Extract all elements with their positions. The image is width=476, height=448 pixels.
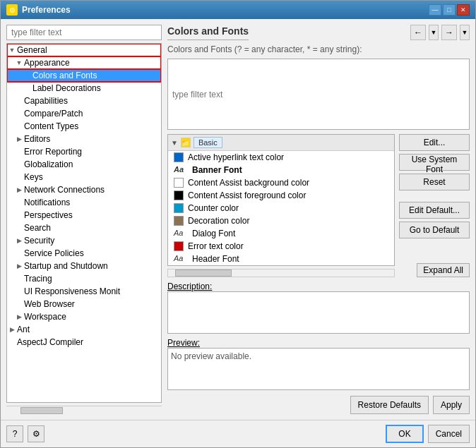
expand-ant[interactable]: ▶: [8, 326, 16, 333]
tree-item-tracing[interactable]: Tracing: [7, 272, 161, 285]
tree-item-general[interactable]: ▼ General: [7, 44, 161, 56]
left-hscrollbar[interactable]: [6, 406, 162, 414]
preview-section: Preview: No preview available.: [167, 338, 470, 390]
tree-label-workspace: Workspace: [24, 312, 66, 322]
cancel-button[interactable]: Cancel: [428, 425, 470, 443]
tree-item-workspace[interactable]: ▶ Workspace: [7, 310, 161, 323]
tree-container: ▼ General ▼ Appearance Colors and Fonts …: [6, 43, 162, 403]
window-controls: — □ ✕: [429, 4, 470, 16]
spacer-search: [16, 224, 23, 231]
help-button[interactable]: ?: [6, 425, 23, 442]
list-item-banner-font[interactable]: Aa Banner Font: [168, 164, 394, 176]
list-item-active-hyperlink[interactable]: Active hyperlink text color: [168, 151, 394, 164]
expand-appearance[interactable]: ▼: [16, 59, 23, 66]
tree-item-notifications[interactable]: Notifications: [7, 196, 161, 209]
left-hscroll-thumb[interactable]: [20, 407, 63, 414]
settings-button[interactable]: ⚙: [28, 425, 44, 442]
expand-startup[interactable]: ▶: [16, 262, 23, 270]
main-content: ▼ General ▼ Appearance Colors and Fonts …: [1, 19, 475, 420]
list-item-header-font[interactable]: Aa Header Font: [168, 253, 394, 265]
tree-item-security[interactable]: ▶ Security: [7, 234, 161, 247]
label-dialog-font: Dialog Font: [192, 229, 235, 238]
expand-editors[interactable]: ▶: [16, 135, 23, 143]
restore-defaults-button[interactable]: Restore Defaults: [350, 396, 429, 414]
tree-item-appearance[interactable]: ▼ Appearance: [7, 56, 161, 69]
dropdown-back[interactable]: ▼: [429, 25, 439, 40]
tree-item-search[interactable]: Search: [7, 222, 161, 234]
tree-label-network-connections: Network Connections: [24, 185, 105, 195]
list-item-content-assist-fg[interactable]: Content Assist foreground color: [168, 189, 394, 202]
title-bar-left: ⚙ Preferences: [6, 4, 71, 16]
colors-filter-input[interactable]: [167, 59, 470, 130]
tree-item-ui-responsiveness[interactable]: UI Responsiveness Monit: [7, 285, 161, 298]
bottom-bar: ? ⚙ OK Cancel: [1, 420, 475, 447]
tree-item-error-reporting[interactable]: Error Reporting: [7, 145, 161, 158]
tree-label-tracing: Tracing: [24, 274, 52, 284]
list-item-error-text-color[interactable]: Error text color: [168, 240, 394, 253]
apply-button[interactable]: Apply: [433, 396, 470, 414]
list-item-decoration-color[interactable]: Decoration color: [168, 214, 394, 227]
swatch-counter-color: [174, 203, 184, 213]
expand-all-button[interactable]: Expand All: [417, 263, 470, 277]
reset-button[interactable]: Reset: [399, 174, 470, 190]
tree-item-colors-fonts[interactable]: Colors and Fonts: [7, 69, 161, 82]
tree-item-capabilities[interactable]: Capabilities: [7, 95, 161, 107]
spacer-capabilities: [16, 97, 23, 104]
font-icon-banner: Aa: [174, 165, 188, 175]
edit-default-button[interactable]: Edit Default...: [399, 202, 470, 219]
maximize-button[interactable]: □: [443, 4, 456, 16]
tree-item-web-browser[interactable]: Web Browser: [7, 298, 161, 310]
tree-label-content-types: Content Types: [24, 121, 78, 131]
color-list-hscroll-thumb[interactable]: [175, 270, 232, 277]
tree-item-content-types[interactable]: Content Types: [7, 120, 161, 133]
left-filter-input[interactable]: [6, 25, 162, 40]
label-decoration-color: Decoration color: [188, 216, 249, 226]
basic-tag[interactable]: Basic: [194, 137, 222, 148]
tree-item-perspectives[interactable]: Perspectives: [7, 209, 161, 222]
swatch-decoration-color: [174, 216, 184, 226]
forward-button[interactable]: →: [441, 25, 457, 40]
expand-workspace[interactable]: ▶: [16, 313, 23, 320]
dropdown-forward[interactable]: ▼: [460, 25, 470, 40]
bottom-left: ? ⚙: [6, 425, 44, 442]
back-button[interactable]: ←: [410, 25, 426, 40]
expand-security[interactable]: ▶: [16, 237, 23, 244]
tree-item-compare-patch[interactable]: Compare/Patch: [7, 107, 161, 120]
close-button[interactable]: ✕: [457, 4, 470, 16]
preview-text: No preview available.: [171, 351, 251, 361]
expand-network[interactable]: ▶: [16, 186, 23, 193]
list-item-dialog-font[interactable]: Aa Dialog Font: [168, 227, 394, 240]
tree-item-network-connections[interactable]: ▶ Network Connections: [7, 183, 161, 196]
tree-label-compare-patch: Compare/Patch: [24, 109, 83, 119]
use-system-font-button[interactable]: Use System Font: [399, 154, 470, 171]
edit-button[interactable]: Edit...: [399, 134, 470, 151]
tree-item-startup-shutdown[interactable]: ▶ Startup and Shutdown: [7, 260, 161, 272]
tree-item-ant[interactable]: ▶ Ant: [7, 323, 161, 336]
tree-item-editors[interactable]: ▶ Editors: [7, 133, 161, 145]
toolbar-row: ← ▼ → ▼: [410, 25, 470, 40]
preferences-dialog: ⚙ Preferences — □ ✕ ▼ General ▼ Appearan…: [0, 0, 476, 448]
tree-label-perspectives: Perspectives: [24, 210, 73, 220]
ok-button[interactable]: OK: [386, 425, 423, 443]
tree-item-service-policies[interactable]: Service Policies: [7, 247, 161, 260]
label-counter-color: Counter color: [188, 203, 239, 213]
spacer-persp: [16, 212, 23, 219]
tree-item-aspectj[interactable]: AspectJ Compiler: [7, 336, 161, 349]
tree-label-general: General: [17, 45, 47, 55]
expand-general[interactable]: ▼: [8, 47, 16, 54]
color-list-hscrollbar[interactable]: [167, 269, 395, 277]
swatch-content-assist-bg: [174, 178, 184, 188]
description-label: Description:: [167, 281, 212, 291]
go-to-default-button[interactable]: Go to Default: [399, 222, 470, 238]
right-panel: Colors and Fonts ← ▼ → ▼ Colors and Font…: [167, 25, 470, 414]
dialog-title: Preferences: [22, 5, 71, 15]
tree-item-globalization[interactable]: Globalization: [7, 158, 161, 171]
tree-item-label-decorations[interactable]: Label Decorations: [7, 82, 161, 95]
minimize-button[interactable]: —: [429, 4, 441, 16]
spacer-compare: [16, 110, 23, 117]
list-item-counter-color[interactable]: Counter color: [168, 202, 394, 214]
tree-item-keys[interactable]: Keys: [7, 171, 161, 183]
list-item-content-assist-bg[interactable]: Content Assist background color: [168, 176, 394, 189]
preview-area: No preview available.: [167, 348, 470, 390]
font-icon-dialog: Aa: [174, 229, 188, 238]
